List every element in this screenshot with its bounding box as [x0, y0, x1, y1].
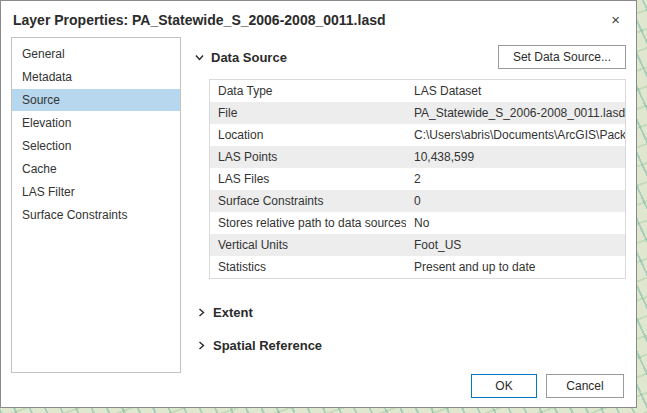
value-cell: No: [406, 212, 625, 234]
sidebar-list: GeneralMetadataSourceElevationSelectionC…: [11, 37, 181, 373]
table-row: Data TypeLAS Dataset: [210, 80, 625, 102]
layer-properties-dialog: Layer Properties: PA_Statewide_S_2006-20…: [0, 0, 637, 408]
section-data-source[interactable]: Data Source: [193, 50, 498, 65]
section-label: Data Source: [211, 50, 287, 65]
value-cell: 0: [406, 190, 625, 212]
chevron-right-icon: [195, 307, 207, 318]
property-cell: Statistics: [210, 256, 406, 278]
table-row: FilePA_Statewide_S_2006-2008_0011.lasd: [210, 102, 625, 124]
sidebar-item-selection[interactable]: Selection: [12, 135, 180, 157]
section-label: Extent: [213, 305, 253, 320]
section-extent-wrap: Extent: [195, 305, 626, 320]
data-source-table: Data TypeLAS DatasetFilePA_Statewide_S_2…: [209, 79, 626, 279]
dialog-footer: OK Cancel: [471, 374, 624, 398]
property-cell: File: [210, 102, 406, 124]
sidebar-item-source[interactable]: Source: [12, 89, 180, 111]
table-row: StatisticsPresent and up to date: [210, 256, 625, 278]
ok-button[interactable]: OK: [471, 374, 537, 398]
cancel-button[interactable]: Cancel: [546, 374, 624, 398]
table-row: Vertical UnitsFoot_US: [210, 234, 625, 256]
sidebar-item-las-filter[interactable]: LAS Filter: [12, 181, 180, 203]
set-data-source-button[interactable]: Set Data Source...: [498, 45, 626, 69]
value-cell: 10,438,599: [406, 146, 625, 168]
section-spatial-reference-wrap: Spatial Reference: [195, 338, 626, 353]
dialog-title: Layer Properties: PA_Statewide_S_2006-20…: [13, 12, 607, 28]
property-cell: LAS Points: [210, 146, 406, 168]
property-cell: Vertical Units: [210, 234, 406, 256]
titlebar: Layer Properties: PA_Statewide_S_2006-20…: [1, 1, 636, 35]
sidebar-item-surface-constraints[interactable]: Surface Constraints: [12, 204, 180, 226]
property-cell: Data Type: [210, 80, 406, 102]
table-row: Stores relative path to data sourcesNo: [210, 212, 625, 234]
property-cell: LAS Files: [210, 168, 406, 190]
chevron-right-icon: [195, 340, 207, 351]
property-cell: Surface Constraints: [210, 190, 406, 212]
sidebar-item-cache[interactable]: Cache: [12, 158, 180, 180]
sidebar-item-general[interactable]: General: [12, 43, 180, 65]
section-extent[interactable]: Extent: [195, 305, 626, 320]
table-row: LocationC:\Users\abris\Documents\ArcGIS\…: [210, 124, 625, 146]
property-cell: Location: [210, 124, 406, 146]
value-cell: Foot_US: [406, 234, 625, 256]
section-spatial-reference[interactable]: Spatial Reference: [195, 338, 626, 353]
close-icon[interactable]: ×: [607, 10, 624, 29]
value-cell: 2: [406, 168, 625, 190]
value-cell: LAS Dataset: [406, 80, 625, 102]
table-row: LAS Files2: [210, 168, 625, 190]
value-cell: Present and up to date: [406, 256, 625, 278]
sidebar-item-elevation[interactable]: Elevation: [12, 112, 180, 134]
value-cell: C:\Users\abris\Documents\ArcGIS\Packages: [406, 124, 625, 146]
main-panel: Data Source Set Data Source... Data Type…: [193, 45, 626, 367]
table-row: LAS Points10,438,599: [210, 146, 625, 168]
chevron-down-icon: [193, 52, 205, 63]
sidebar-item-metadata[interactable]: Metadata: [12, 66, 180, 88]
table-row: Surface Constraints0: [210, 190, 625, 212]
property-cell: Stores relative path to data sources: [210, 212, 406, 234]
section-label: Spatial Reference: [213, 338, 322, 353]
value-cell: PA_Statewide_S_2006-2008_0011.lasd: [406, 102, 625, 124]
data-source-header-row: Data Source Set Data Source...: [193, 45, 626, 69]
